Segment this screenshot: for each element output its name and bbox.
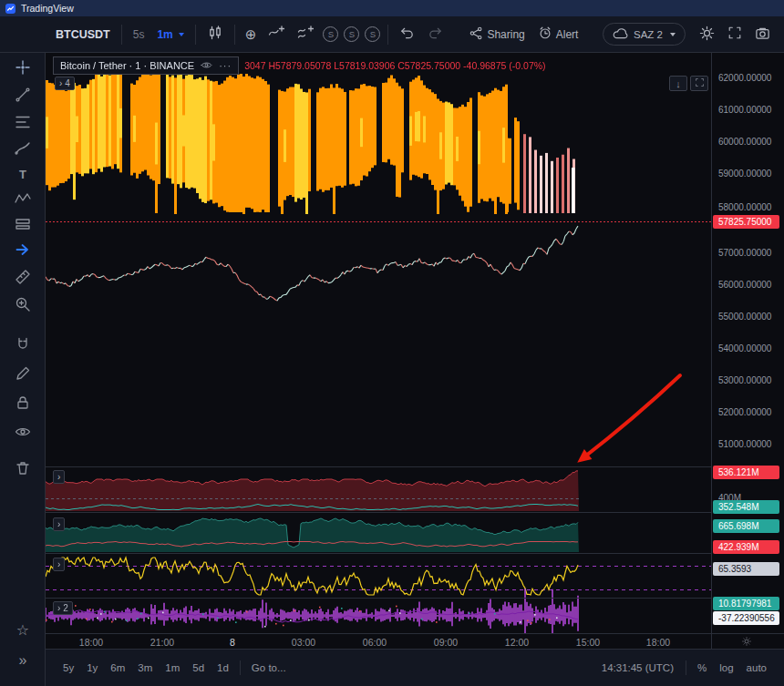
remove-drawings-button[interactable] [7,457,38,481]
zoom-in-icon [15,296,31,315]
range-5d-button[interactable]: 5d [186,657,211,679]
redo-button[interactable] [421,22,449,47]
magnet-icon [15,336,31,355]
clock-label[interactable]: 14:31:45 (UTC) [594,662,681,673]
price-tick: 60000.00000 [718,137,771,147]
toolbar-separator [387,25,388,45]
range-6m-button[interactable]: 6m [104,657,131,679]
price-tick: 51000.00000 [718,439,771,449]
down-arrow-icon: ↓ [676,78,681,89]
pane-d-value-tag: 10.81797981 [713,597,779,610]
fullscreen-icon [727,26,742,43]
undo-button[interactable] [393,22,421,47]
scroll-down-button[interactable]: ↓ [669,76,687,91]
chart-canvas[interactable] [46,53,711,633]
account-button[interactable]: SAZ 2 [603,23,686,46]
interval-1m-button[interactable]: 1m [150,22,190,47]
price-tick: 57000.00000 [718,248,771,258]
alert-button[interactable]: Alert [531,22,585,47]
price-tick: 61000.00000 [718,105,771,115]
tradingview-logo-icon [5,4,15,14]
share-icon [469,26,483,43]
bottom-toolbar: 5y 1y 6m 3m 1m 5d 1d Go to... 14:31:45 (… [46,649,784,686]
chart-plot-area: Bitcoin / Tether · 1 · BINANCE ··· 3047 … [46,53,711,633]
strategy-button-3[interactable]: S [365,26,380,42]
undo-icon [399,26,415,44]
ruler-icon [15,269,31,288]
window-titlebar: TradingView [0,0,784,16]
arrow-tool-button[interactable] [7,239,38,262]
alert-clock-icon [538,26,552,43]
fib-tool-button[interactable] [7,111,38,135]
show-object-tree-button[interactable]: » [7,649,38,672]
camera-icon [755,26,770,44]
gear-icon[interactable] [741,636,752,647]
range-1m-button[interactable]: 1m [159,657,186,679]
position-tool-button[interactable] [7,213,38,237]
symbol-button[interactable]: BTCUSDT [49,22,117,47]
range-1d-button[interactable]: 1d [211,657,235,679]
price-axis[interactable]: 62000.00000 61000.00000 60000.00000 5900… [711,53,784,633]
toolbar-separator [240,660,241,675]
measure-tool-button[interactable] [7,266,38,290]
range-3m-button[interactable]: 3m [131,657,159,679]
drawing-mode-button[interactable] [7,363,38,386]
main-pane-collapse-button[interactable]: › 4 [55,77,75,90]
screenshot-button[interactable] [748,22,777,47]
percent-scale-button[interactable]: % [691,657,713,679]
range-5y-button[interactable]: 5y [57,657,80,679]
pencil-icon [15,365,31,384]
pane-a-collapse-button[interactable]: › [53,470,65,484]
indicator-templates-icon [297,25,314,44]
zoom-tool-button[interactable] [7,293,38,317]
time-tick: 09:00 [434,637,458,648]
brush-icon [15,139,31,159]
trendline-tool-button[interactable] [7,84,38,108]
strategy-button-1[interactable]: S [323,26,338,42]
favorites-button[interactable]: ☆ [7,618,38,641]
gear-icon [699,26,715,44]
legend-symbol-box[interactable]: Bitcoin / Tether · 1 · BINANCE ··· [53,56,239,75]
indicator-templates-button[interactable] [291,22,320,47]
crosshair-tool-button[interactable] [7,56,38,80]
axis-settings-corner [711,633,784,649]
range-1y-button[interactable]: 1y [80,657,104,679]
chart-style-button[interactable] [201,22,230,47]
hide-drawings-button[interactable] [7,421,38,445]
compare-button[interactable]: ⊕ [240,22,263,47]
eye-icon[interactable] [201,59,212,73]
pane-a-value2-tag: 352.548M [713,500,779,514]
magnet-tool-button[interactable] [7,333,38,357]
pane-b-collapse-button[interactable]: › [53,517,65,531]
pane-c-collapse-button[interactable]: › [53,558,65,571]
long-position-icon [15,216,31,235]
xabcd-pattern-icon [15,190,31,210]
time-tick: 18:00 [79,637,103,648]
time-tick: 12:00 [505,637,529,648]
price-tick: 53000.00000 [718,375,771,385]
strategy-button-2[interactable]: S [344,26,359,42]
toolbar-separator [121,25,122,45]
maximize-pane-button[interactable] [690,76,708,91]
text-tool-button[interactable]: T [7,162,38,186]
more-options-icon[interactable]: ··· [219,60,232,71]
pane-d-collapse-button[interactable]: › 2 [53,601,73,615]
chevron-right-icon: › [59,77,62,89]
price-tick: 62000.00000 [718,73,771,83]
pane-c-value-tag: 65.3593 [713,562,779,576]
log-scale-button[interactable]: log [713,657,739,679]
tradingview-app: TradingView BTCUSDT 5s 1m ⊕ S S S [0,0,784,686]
lock-drawings-button[interactable] [7,392,38,415]
fullscreen-button[interactable] [721,22,748,47]
pattern-tool-button[interactable] [7,188,38,211]
time-axis[interactable]: 18:00 21:00 8 03:00 06:00 09:00 12:00 15… [46,633,711,649]
interval-5s-button[interactable]: 5s [127,22,151,47]
price-tick: 52000.00000 [718,407,771,417]
arrow-marker-icon [15,241,31,261]
goto-button[interactable]: Go to... [245,657,293,679]
indicators-button[interactable] [262,22,291,47]
sharing-button[interactable]: Sharing [463,22,531,47]
chart-settings-button[interactable] [693,22,721,47]
brush-tool-button[interactable] [7,137,38,160]
auto-scale-button[interactable]: auto [740,657,773,679]
